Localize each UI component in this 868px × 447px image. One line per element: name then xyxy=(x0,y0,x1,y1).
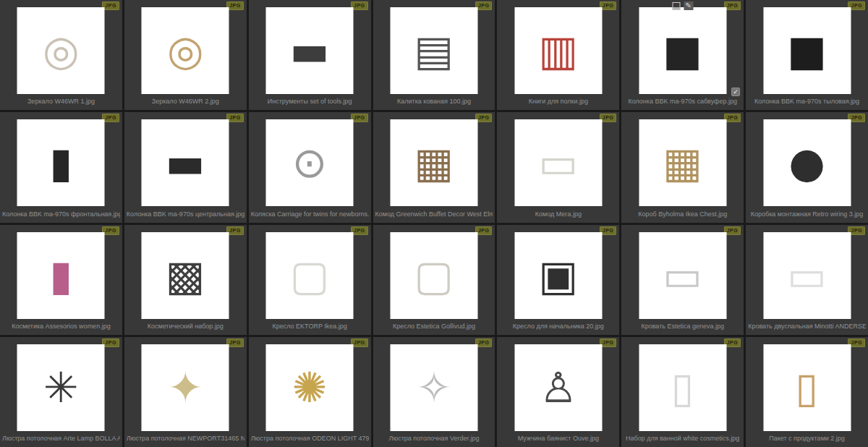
filename-label: Комод Greenwich Buffet Decor West Elm.jp… xyxy=(375,210,493,218)
thumbnail-image[interactable]: ◎ xyxy=(17,7,105,94)
thumbnail-cell[interactable]: JPG ▦ Короб Byholma Ikea Chest.jpg xyxy=(621,112,744,222)
product-glyph-icon: ▯ xyxy=(796,367,819,409)
thumbnail-image[interactable]: ■ xyxy=(763,7,851,94)
thumbnail-cell[interactable]: JPG ▩ Косметический набор.jpg xyxy=(124,225,247,335)
thumbnail-cell[interactable]: JPG ▢ Кресло Estetica Gollivud.jpg xyxy=(373,225,495,335)
edit-pencil-icon[interactable]: ✎ xyxy=(684,1,693,10)
product-glyph-icon: ▮ xyxy=(49,255,72,297)
filename-label: Пакет с продуктами 2.jpg xyxy=(748,435,866,442)
filename-label: Косметический набор.jpg xyxy=(127,323,244,330)
thumbnail-cell[interactable]: JPG ▯ Набор для ванной white cosmetics.j… xyxy=(621,337,744,447)
product-glyph-icon: ■ xyxy=(663,30,702,72)
thumbnail-image[interactable]: ▭ xyxy=(763,232,851,319)
product-glyph-icon: ▭ xyxy=(538,142,578,184)
thumbnail-cell[interactable]: JPG ▭ Кровать Estetica geneva.jpg xyxy=(621,225,744,335)
filename-label: Кресло EKTORP Ikea.jpg xyxy=(251,323,369,330)
product-glyph-icon: ✳ xyxy=(43,367,79,409)
thumbnail-cell[interactable]: JPG ▯ Пакет с продуктами 2.jpg xyxy=(746,337,868,447)
product-glyph-icon: ▢ xyxy=(290,255,330,297)
thumbnail-cell[interactable]: JPG ▭ Кровать двуспальная Minotti ANDERS… xyxy=(746,225,868,335)
product-glyph-icon: ▦ xyxy=(414,142,454,184)
thumbnail-image[interactable]: ▦ xyxy=(390,119,477,206)
thumbnail-image[interactable]: ⊙ xyxy=(266,119,354,206)
thumbnail-image[interactable]: ▩ xyxy=(142,232,229,319)
product-glyph-icon: ▬ xyxy=(290,30,330,72)
thumbnail-cell[interactable]: JPG ▣ Кресло для начальника 20.jpg xyxy=(497,225,619,335)
product-glyph-icon: ✧ xyxy=(417,367,452,409)
thumbnail-image[interactable]: ▦ xyxy=(639,119,726,206)
filename-label: Книги для полки.jpg xyxy=(499,98,617,105)
filename-label: Колонка BBK ma-970s сабвуфер.jpg xyxy=(624,98,741,105)
product-glyph-icon: ■ xyxy=(787,30,827,72)
thumbnail-image[interactable]: ▬ xyxy=(142,119,229,206)
thumbnail-grid: JPG ◎ Зеркало W46WR 1.jpg JPG ◎ Зеркало … xyxy=(0,0,868,447)
thumbnail-image[interactable]: ● xyxy=(763,119,851,206)
filename-label: Люстра потолочная Verder.jpg xyxy=(375,435,493,442)
thumbnail-cell[interactable]: JPG ▥ Книги для полки.jpg xyxy=(497,0,619,110)
thumbnail-cell[interactable]: JPG ● Коробка монтажная Retro wiring 3.j… xyxy=(746,112,868,222)
thumbnail-cell[interactable]: JPG ▮ Колонка BBK ma-970s фронтальная.jp… xyxy=(0,112,122,222)
thumbnail-cell[interactable]: JPG ▮ Косметика Assesorios women.jpg xyxy=(0,225,122,335)
filename-label: Кресло для начальника 20.jpg xyxy=(499,323,617,330)
product-glyph-icon: ✺ xyxy=(292,367,328,409)
thumbnail-image[interactable]: ▮ xyxy=(17,119,105,206)
filename-label: Кровать Estetica geneva.jpg xyxy=(624,323,741,330)
thumbnail-cell[interactable]: JPG ▦ Комод Greenwich Buffet Decor West … xyxy=(373,112,495,222)
product-glyph-icon: ▢ xyxy=(414,255,454,297)
thumbnail-image[interactable]: ♙ xyxy=(514,344,602,431)
thumbnail-cell[interactable]: JPG ▬ Колонка BBK ma-970s центральная.jp… xyxy=(124,112,247,222)
thumbnail-cell[interactable]: JPG ■ Колонка BBK ma-970s тыловая.jpg xyxy=(746,0,868,110)
product-glyph-icon: ▬ xyxy=(166,142,205,184)
filename-label: Мужчина баянист Ouve.jpg xyxy=(499,435,617,442)
product-glyph-icon: ● xyxy=(788,142,825,184)
cell-hover-overlays: ✎ xyxy=(672,1,693,10)
product-glyph-icon: ▥ xyxy=(538,30,578,72)
filename-label: Колонка BBK ma-970s центральная.jpg xyxy=(127,210,244,218)
thumbnail-image[interactable]: ▥ xyxy=(514,7,602,94)
thumbnail-cell[interactable]: JPG ✧ Люстра потолочная Verder.jpg xyxy=(373,337,495,447)
product-glyph-icon: ♙ xyxy=(540,367,577,409)
thumbnail-cell[interactable]: JPG ◎ Зеркало W46WR 1.jpg xyxy=(0,0,122,110)
filename-label: Коляска Carriage for twins for newborns.… xyxy=(251,210,369,218)
thumbnail-cell[interactable]: JPG ▢ Кресло EKTORP Ikea.jpg xyxy=(249,225,371,335)
thumbnail-image[interactable]: ▢ xyxy=(390,232,477,319)
thumbnail-image[interactable]: ✳ xyxy=(17,344,105,431)
filename-label: Набор для ванной white cosmetics.jpg xyxy=(624,435,741,442)
filename-label: Коробка монтажная Retro wiring 3.jpg xyxy=(748,210,866,218)
thumbnail-cell[interactable]: JPG ▤ Калитка кованая 100.jpg xyxy=(373,0,495,110)
filename-label: Люстра потолочная Arte Lamp BOLLA A1664S… xyxy=(2,435,120,442)
thumbnail-image[interactable]: ▯ xyxy=(763,344,851,431)
thumbnail-image[interactable]: ▢ xyxy=(266,232,354,319)
product-glyph-icon: ▤ xyxy=(414,30,454,72)
filename-label: Косметика Assesorios women.jpg xyxy=(2,323,120,330)
product-glyph-icon: ▭ xyxy=(663,255,702,297)
thumbnail-image[interactable]: ✺ xyxy=(266,344,354,431)
thumbnail-image[interactable]: ▭ xyxy=(639,232,726,319)
thumbnail-image[interactable]: ■ xyxy=(639,7,726,94)
product-glyph-icon: ▦ xyxy=(663,142,702,184)
selected-checkmark-icon[interactable]: ✓ xyxy=(731,88,740,96)
product-glyph-icon: ▭ xyxy=(787,255,827,297)
filename-label: Зеркало W46WR 1.jpg xyxy=(2,98,120,105)
thumbnail-image[interactable]: ▭ xyxy=(514,119,602,206)
thumbnail-image[interactable]: ✦ xyxy=(142,344,229,431)
thumbnail-cell[interactable]: JPG ■ ✎ ✓ Колонка BBK ma-970s сабвуфер.j… xyxy=(621,0,744,110)
thumbnail-image[interactable]: ▬ xyxy=(266,7,354,94)
thumbnail-image[interactable]: ▤ xyxy=(390,7,477,94)
thumbnail-image[interactable]: ◎ xyxy=(142,7,229,94)
thumbnail-image[interactable]: ▮ xyxy=(17,232,105,319)
thumbnail-cell[interactable]: JPG ⊙ Коляска Carriage for twins for new… xyxy=(249,112,371,222)
thumbnail-cell[interactable]: JPG ▬ Инструменты set of tools.jpg xyxy=(249,0,371,110)
thumbnail-image[interactable]: ✧ xyxy=(390,344,477,431)
thumbnail-cell[interactable]: JPG ♙ Мужчина баянист Ouve.jpg xyxy=(497,337,619,447)
thumbnail-cell[interactable]: JPG ✳ Люстра потолочная Arte Lamp BOLLA … xyxy=(0,337,122,447)
select-checkbox-icon[interactable] xyxy=(672,2,680,10)
thumbnail-cell[interactable]: JPG ▭ Комод Мега.jpg xyxy=(497,112,619,222)
thumbnail-cell[interactable]: JPG ◎ Зеркало W46WR 2.jpg xyxy=(124,0,247,110)
filename-label: Инструменты set of tools.jpg xyxy=(251,98,369,105)
thumbnail-cell[interactable]: JPG ✦ Люстра потолочная NEWPORT31465 Nic… xyxy=(124,337,247,447)
filename-label: Люстра потолочная ODEON LIGHT 4795-10.jp… xyxy=(251,435,369,442)
thumbnail-cell[interactable]: JPG ✺ Люстра потолочная ODEON LIGHT 4795… xyxy=(249,337,371,447)
thumbnail-image[interactable]: ▣ xyxy=(514,232,602,319)
thumbnail-image[interactable]: ▯ xyxy=(639,344,726,431)
